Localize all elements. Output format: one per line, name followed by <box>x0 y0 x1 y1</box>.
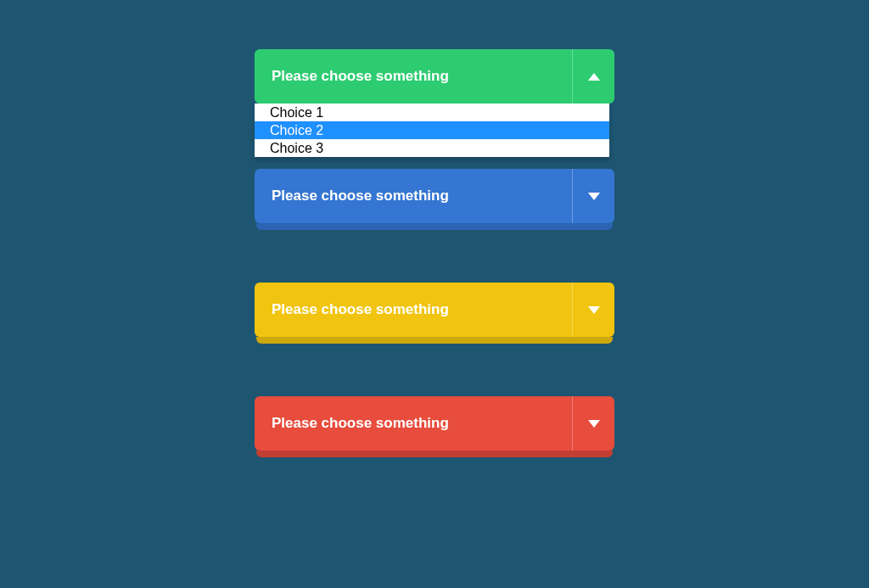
select-red: Please choose something <box>255 396 614 451</box>
select-blue-toggle[interactable] <box>572 169 614 223</box>
select-green-toggle[interactable] <box>572 49 614 104</box>
chevron-down-icon <box>588 193 600 200</box>
select-blue-header[interactable]: Please choose something <box>255 169 614 223</box>
select-yellow: Please choose something <box>255 283 614 337</box>
select-blue-label: Please choose something <box>255 188 449 204</box>
select-red-header[interactable]: Please choose something <box>255 396 614 451</box>
select-blue: Please choose something <box>255 169 614 223</box>
chevron-down-icon <box>588 306 600 314</box>
option-choice-3[interactable]: Choice 3 <box>255 139 609 157</box>
select-yellow-header[interactable]: Please choose something <box>255 283 614 337</box>
select-green-label: Please choose something <box>255 68 449 85</box>
select-green: Please choose something Choice 1 Choice … <box>255 49 614 157</box>
select-yellow-toggle[interactable] <box>572 283 614 337</box>
select-yellow-label: Please choose something <box>255 301 449 318</box>
option-choice-2[interactable]: Choice 2 <box>255 121 609 139</box>
select-red-label: Please choose something <box>255 415 449 432</box>
select-red-toggle[interactable] <box>572 396 614 451</box>
chevron-up-icon <box>588 73 600 81</box>
select-green-header[interactable]: Please choose something <box>255 49 614 104</box>
option-choice-1[interactable]: Choice 1 <box>255 104 609 121</box>
chevron-down-icon <box>588 420 600 428</box>
select-green-options: Choice 1 Choice 2 Choice 3 <box>255 104 609 157</box>
